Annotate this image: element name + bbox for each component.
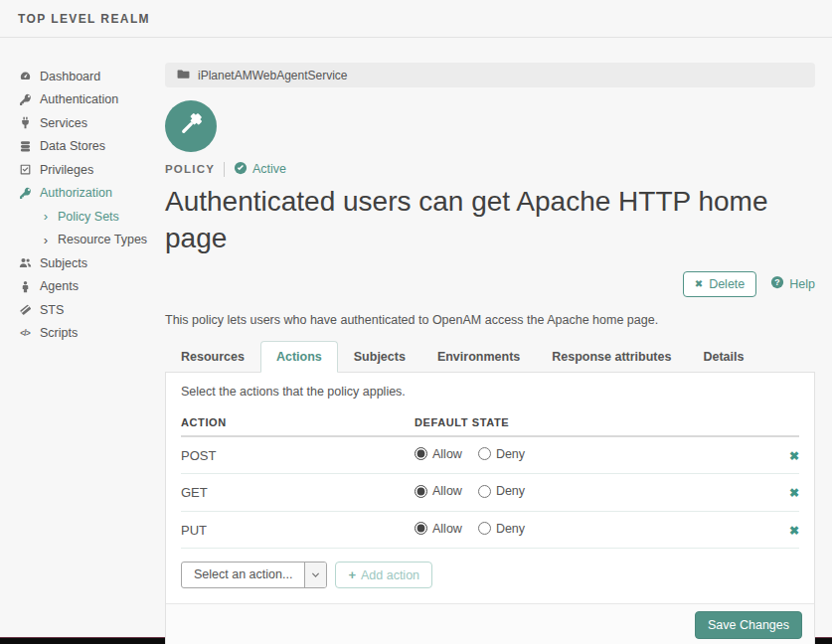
help-link-label: Help xyxy=(789,277,815,291)
column-header-default-state: DEFAULT STATE xyxy=(415,404,775,436)
panel-instruction: Select the actions that the policy appli… xyxy=(181,385,799,399)
breadcrumb[interactable]: iPlanetAMWebAgentService xyxy=(165,63,815,87)
sidebar-item-authentication[interactable]: Authentication xyxy=(18,88,159,112)
sidebar-item-dashboard[interactable]: Dashboard xyxy=(18,65,159,88)
radio-option-deny[interactable]: Deny xyxy=(478,484,525,498)
save-changes-button[interactable]: Save Changes xyxy=(695,611,802,639)
panel-footer: Save Changes xyxy=(166,603,814,644)
action-name: PUT xyxy=(181,511,415,549)
plug-icon xyxy=(18,116,32,129)
database-icon xyxy=(18,140,32,153)
plus-icon: + xyxy=(348,567,356,582)
radio-allow-input[interactable] xyxy=(415,485,427,498)
chevron-down-icon xyxy=(304,563,326,587)
main-content: iPlanetAMWebAgentService POLICY xyxy=(165,38,815,644)
tab-subjects[interactable]: Subjects xyxy=(338,341,421,373)
sidebar-item-privileges[interactable]: Privileges xyxy=(18,158,159,182)
add-action-button[interactable]: + Add action xyxy=(335,562,432,588)
sidebar-item-label: Authorization xyxy=(40,186,112,200)
tab-details[interactable]: Details xyxy=(687,341,759,373)
sidebar-item-label: Dashboard xyxy=(40,70,100,83)
tab-environments[interactable]: Environments xyxy=(421,341,536,373)
page-title: Authenticated users can get Apache HTTP … xyxy=(165,184,813,257)
default-state-cell: AllowDeny xyxy=(415,474,775,512)
check-square-icon xyxy=(18,163,32,176)
key-icon xyxy=(18,187,32,200)
column-header-remove xyxy=(775,404,799,436)
sidebar-item-label: Services xyxy=(40,116,87,130)
policy-description: This policy lets users who have authenti… xyxy=(165,313,815,327)
action-select[interactable]: Select an action... xyxy=(181,562,327,588)
radio-option-allow[interactable]: Allow xyxy=(415,447,462,461)
remove-action-icon[interactable]: ✖ xyxy=(789,449,799,463)
sidebar-item-label: Data Stores xyxy=(40,139,105,153)
question-circle-icon: ? xyxy=(770,275,784,292)
radio-option-label: Allow xyxy=(432,522,462,536)
sidebar-item-label: Privileges xyxy=(40,163,93,177)
action-row-put: PUTAllowDeny✖ xyxy=(181,511,799,549)
action-row-post: POSTAllowDeny✖ xyxy=(181,436,799,474)
sidebar-item-label: Agents xyxy=(40,279,79,293)
table-header-row: ACTION DEFAULT STATE xyxy=(181,404,799,436)
tab-resources[interactable]: Resources xyxy=(165,341,260,373)
sidebar-item-policy-sets[interactable]: ›Policy Sets xyxy=(18,205,159,229)
sidebar-item-label: Resource Types xyxy=(58,233,147,246)
chevron-right-icon: › xyxy=(42,209,50,224)
delete-button-label: Delete xyxy=(709,277,745,291)
sidebar-item-label: Scripts xyxy=(40,326,78,340)
sidebar-item-subjects[interactable]: Subjects xyxy=(18,251,159,275)
policy-meta: POLICY Active xyxy=(165,161,815,177)
action-name: POST xyxy=(181,436,415,474)
x-icon: ✖ xyxy=(695,278,703,289)
radio-deny-input[interactable] xyxy=(478,485,491,498)
actions-table-body: POSTAllowDeny✖GETAllowDeny✖PUTAllowDeny✖ xyxy=(181,436,799,549)
sidebar-item-agents[interactable]: Agents xyxy=(18,275,159,299)
radio-option-label: Deny xyxy=(496,447,525,461)
svg-text:?: ? xyxy=(775,278,780,288)
policy-type-label: POLICY xyxy=(165,163,215,175)
remove-action-icon[interactable]: ✖ xyxy=(789,486,799,500)
sidebar-item-scripts[interactable]: </>Scripts xyxy=(18,322,159,346)
chevron-right-icon: › xyxy=(42,233,50,247)
breadcrumb-label: iPlanetAMWebAgentService xyxy=(198,69,348,82)
radio-allow-input[interactable] xyxy=(415,522,427,535)
radio-option-label: Deny xyxy=(496,522,525,536)
tab-response-attributes[interactable]: Response attributes xyxy=(536,341,687,373)
sidebar-item-data-stores[interactable]: Data Stores xyxy=(18,135,159,159)
status-label: Active xyxy=(252,162,286,176)
sidebar-item-label: Authentication xyxy=(40,92,118,106)
radio-deny-input[interactable] xyxy=(478,522,491,535)
radio-option-allow[interactable]: Allow xyxy=(415,522,462,536)
radio-option-deny[interactable]: Deny xyxy=(478,447,525,461)
gavel-icon xyxy=(177,110,205,142)
help-link[interactable]: ? Help xyxy=(770,275,815,292)
sidebar: DashboardAuthenticationServicesData Stor… xyxy=(0,38,159,345)
radio-allow-input[interactable] xyxy=(415,447,427,460)
add-action-controls: Select an action... + Add action xyxy=(181,562,799,588)
sidebar-item-authorization[interactable]: Authorization xyxy=(18,182,159,206)
sidebar-item-label: STS xyxy=(40,303,64,317)
radio-option-deny[interactable]: Deny xyxy=(478,522,525,536)
key-icon xyxy=(18,93,32,106)
toolbar: ✖ Delete ? Help xyxy=(165,271,815,297)
column-header-action: ACTION xyxy=(181,404,415,436)
radio-option-allow[interactable]: Allow xyxy=(415,484,462,498)
action-row-get: GETAllowDeny✖ xyxy=(181,474,799,512)
realm-title: TOP LEVEL REALM xyxy=(18,12,150,26)
radio-deny-input[interactable] xyxy=(478,447,491,460)
sidebar-item-resource-types[interactable]: ›Resource Types xyxy=(18,229,159,252)
tab-actions[interactable]: Actions xyxy=(260,341,338,373)
sidebar-item-label: Policy Sets xyxy=(58,210,119,224)
dashboard-icon xyxy=(18,70,32,82)
add-action-label: Add action xyxy=(361,568,419,582)
remove-action-icon[interactable]: ✖ xyxy=(789,524,799,538)
sidebar-item-sts[interactable]: STS xyxy=(18,298,159,322)
sidebar-item-label: Subjects xyxy=(40,256,87,270)
realm-header: TOP LEVEL REALM xyxy=(0,0,832,38)
action-select-value: Select an action... xyxy=(182,563,304,587)
users-icon xyxy=(18,256,32,269)
sidebar-item-services[interactable]: Services xyxy=(18,111,159,135)
delete-button[interactable]: ✖ Delete xyxy=(683,271,757,297)
radio-option-label: Allow xyxy=(432,447,462,461)
user-icon xyxy=(18,280,32,293)
